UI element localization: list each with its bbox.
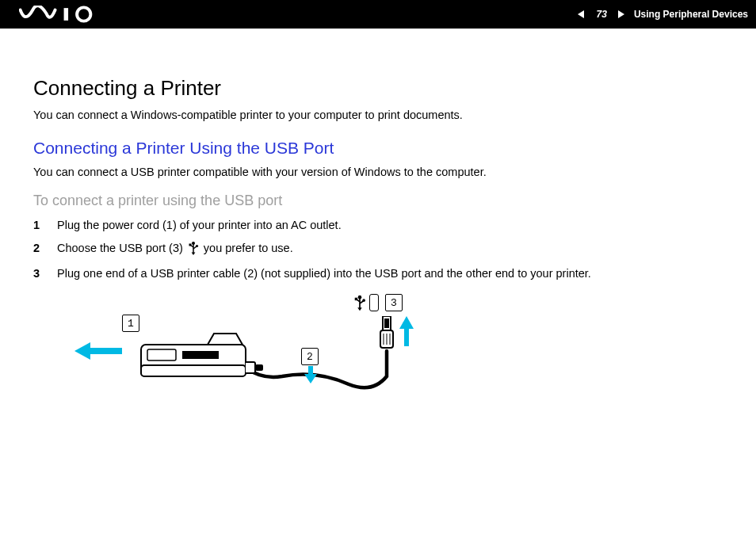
- svg-point-9: [196, 245, 198, 247]
- svg-marker-30: [399, 316, 414, 329]
- svg-rect-34: [355, 298, 357, 300]
- connection-diagram: 1: [57, 289, 437, 416]
- usb-icon: [353, 294, 366, 315]
- page-nav: 73: [576, 7, 628, 21]
- svg-rect-20: [255, 364, 263, 371]
- svg-rect-17: [182, 351, 219, 359]
- cable-icon: [246, 345, 396, 395]
- svg-rect-14: [141, 365, 246, 376]
- svg-rect-11: [89, 348, 122, 354]
- arrow-icon: [304, 366, 317, 387]
- steps-list: 1 Plug the power cord (1) of your printe…: [33, 219, 724, 280]
- next-page-icon[interactable]: [615, 9, 628, 20]
- svg-marker-3: [618, 10, 624, 18]
- header-right: 73 Using Peripheral Devices: [576, 7, 748, 21]
- step-item: 3 Plug one end of a USB printer cable (2…: [33, 267, 724, 280]
- svg-marker-22: [304, 374, 317, 383]
- page-content: Connecting a Printer You can connect a W…: [0, 29, 756, 432]
- page-number: 73: [590, 7, 613, 21]
- svg-rect-19: [246, 362, 255, 373]
- step-item: 2 Choose the USB port (3) you prefer to …: [33, 241, 724, 257]
- intro-text: You can connect a Windows-compatible pri…: [33, 109, 724, 121]
- page-title: Connecting a Printer: [33, 76, 724, 101]
- svg-rect-29: [404, 327, 409, 346]
- svg-marker-37: [357, 307, 361, 311]
- header-bar: 73 Using Peripheral Devices: [0, 0, 756, 29]
- svg-point-36: [362, 299, 365, 302]
- svg-marker-12: [74, 342, 90, 360]
- step-item: 1 Plug the power cord (1) of your printe…: [33, 219, 724, 231]
- callout-2: 2: [301, 348, 319, 365]
- svg-marker-16: [208, 334, 242, 345]
- arrow-icon: [74, 341, 122, 364]
- prev-page-icon[interactable]: [576, 9, 589, 20]
- step-number: 2: [33, 242, 43, 254]
- arrow-icon: [399, 316, 414, 349]
- svg-rect-15: [147, 349, 176, 360]
- vaio-logo: [19, 6, 106, 23]
- svg-rect-7: [189, 244, 191, 246]
- callout-1: 1: [122, 315, 139, 332]
- task-heading: To connect a printer using the USB port: [33, 193, 724, 209]
- step-number: 3: [33, 267, 43, 280]
- printer-icon: [136, 330, 255, 389]
- step-text: Plug one end of a USB printer cable (2) …: [57, 267, 591, 280]
- sub-intro-text: You can connect a USB printer compatible…: [33, 166, 724, 178]
- usb-plug-icon: [377, 316, 396, 357]
- svg-marker-10: [191, 253, 195, 256]
- usb-port-icon: [369, 294, 379, 311]
- subheading: Connecting a Printer Using the USB Port: [33, 139, 724, 158]
- vaio-logo-svg: [19, 6, 106, 23]
- svg-rect-24: [384, 318, 389, 328]
- callout-3: 3: [385, 294, 403, 311]
- step-number: 1: [33, 219, 43, 231]
- svg-point-1: [77, 7, 90, 21]
- step-text: Plug the power cord (1) of your printer …: [57, 219, 342, 231]
- step-text: Choose the USB port (3) you prefer to us…: [57, 241, 293, 257]
- svg-marker-2: [578, 10, 584, 18]
- svg-rect-0: [64, 8, 69, 21]
- usb-icon: [188, 241, 199, 257]
- section-label: Using Peripheral Devices: [634, 9, 748, 20]
